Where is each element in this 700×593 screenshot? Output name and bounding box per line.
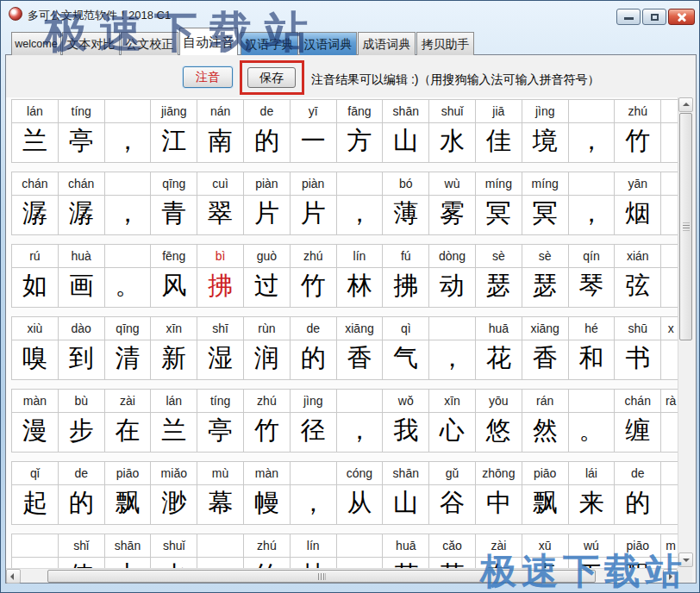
- tab-chinese-word-dictionary[interactable]: 汉语词典: [299, 32, 357, 55]
- annotation-cell[interactable]: fāng方: [337, 100, 384, 162]
- close-button[interactable]: [668, 9, 695, 25]
- annotation-cell-partial[interactable]: x: [661, 317, 678, 379]
- annotation-cell[interactable]: piàn片: [244, 172, 291, 234]
- horizontal-scrollbar[interactable]: [6, 568, 678, 583]
- annotation-cell[interactable]: de的: [615, 462, 661, 524]
- annotation-cell[interactable]: cǎo草: [429, 534, 476, 568]
- annotation-cell[interactable]: huā花: [476, 317, 522, 379]
- annotation-cell[interactable]: xū虚: [522, 534, 569, 568]
- annotation-cell[interactable]: zhú竹: [291, 245, 337, 307]
- annotation-cell[interactable]: zài在: [476, 534, 522, 568]
- annotation-cell[interactable]: jìng境: [522, 100, 569, 162]
- save-button[interactable]: 保存: [247, 67, 296, 88]
- annotation-cell[interactable]: shū书: [615, 317, 661, 379]
- annotation-cell[interactable]: cóng从: [337, 462, 384, 524]
- annotation-cell[interactable]: [337, 534, 384, 568]
- annotation-cell[interactable]: de的: [244, 100, 291, 162]
- annotation-cell[interactable]: ，: [337, 172, 384, 234]
- tab-welcome[interactable]: welcome: [11, 32, 61, 55]
- annotation-cell[interactable]: shuǐ水: [429, 100, 476, 162]
- annotation-cell[interactable]: zhú竹: [244, 534, 291, 568]
- tab-copy-assistant[interactable]: 拷贝助手: [416, 32, 474, 55]
- annotation-cell[interactable]: tíng亭: [197, 390, 244, 452]
- annotation-cell-partial[interactable]: [661, 172, 678, 234]
- annotation-cell[interactable]: qín琴: [569, 245, 616, 307]
- zhuyin-button[interactable]: 注音: [183, 66, 233, 88]
- annotation-cell[interactable]: huā花: [383, 534, 429, 568]
- annotation-cell-partial[interactable]: [661, 245, 678, 307]
- annotation-cell[interactable]: wú无: [569, 534, 616, 568]
- annotation-cell[interactable]: nán南: [197, 100, 244, 162]
- annotation-cell[interactable]: xiāng香: [337, 317, 384, 379]
- annotation-cell[interactable]: hé和: [569, 317, 616, 379]
- annotation-cell[interactable]: rùn润: [244, 317, 291, 379]
- annotation-cell[interactable]: yī一: [291, 100, 337, 162]
- annotation-cell[interactable]: màn幔: [244, 462, 291, 524]
- annotation-cell[interactable]: huà画: [59, 245, 105, 307]
- annotation-cell[interactable]: shī湿: [197, 317, 244, 379]
- annotation-cell[interactable]: 。: [569, 390, 616, 452]
- annotation-cell[interactable]: shǐ使: [59, 534, 105, 568]
- vertical-scrollbar-thumb[interactable]: [679, 113, 692, 340]
- annotation-cell[interactable]: fēng风: [151, 245, 197, 307]
- annotation-cell[interactable]: shān山: [105, 534, 152, 568]
- annotation-cell[interactable]: fú拂: [383, 245, 429, 307]
- annotation-cell-partial[interactable]: [661, 100, 678, 162]
- annotation-cell[interactable]: ，: [337, 390, 384, 452]
- vertical-scrollbar[interactable]: [678, 97, 692, 568]
- annotation-cell[interactable]: dòng动: [429, 245, 476, 307]
- annotation-cell[interactable]: ，: [105, 100, 152, 162]
- annotation-cell[interactable]: yōu悠: [476, 390, 522, 452]
- annotation-cell[interactable]: wǒ我: [383, 390, 429, 452]
- annotation-cell[interactable]: bó薄: [383, 172, 429, 234]
- scroll-down-button[interactable]: [678, 552, 693, 567]
- tab-chinese-dictionary[interactable]: 汉语字典: [241, 32, 298, 55]
- maximize-button[interactable]: [642, 9, 666, 25]
- scroll-left-button[interactable]: [6, 569, 21, 584]
- annotation-cell[interactable]: 。: [105, 245, 152, 307]
- annotation-cell[interactable]: chán缠: [615, 390, 661, 452]
- annotation-cell[interactable]: cuì翠: [197, 172, 244, 234]
- annotation-cell[interactable]: de的: [59, 462, 105, 524]
- annotation-cell[interactable]: gǔ谷: [429, 462, 476, 524]
- annotation-cell[interactable]: qì气: [383, 317, 429, 379]
- scroll-right-button[interactable]: [663, 569, 678, 584]
- annotation-cell[interactable]: yān烟: [615, 172, 661, 234]
- annotation-cell[interactable]: ，: [291, 462, 337, 524]
- annotation-cell[interactable]: piāo飘: [522, 462, 569, 524]
- annotation-cell[interactable]: sè瑟: [522, 245, 569, 307]
- annotation-cell[interactable]: jìng径: [291, 390, 337, 452]
- annotation-cell[interactable]: tíng亭: [59, 100, 105, 162]
- annotation-cell[interactable]: piāo飘: [105, 462, 152, 524]
- annotation-cell[interactable]: qǐ起: [12, 462, 59, 524]
- annotation-cell[interactable]: jiāng江: [151, 100, 197, 162]
- annotation-cell[interactable]: shān山: [383, 100, 429, 162]
- annotation-cell[interactable]: xiāng香: [522, 317, 569, 379]
- annotation-cell[interactable]: mù幕: [197, 462, 244, 524]
- annotation-cell[interactable]: ，: [429, 317, 476, 379]
- annotation-cell[interactable]: ，: [569, 172, 616, 234]
- annotation-cell[interactable]: lán兰: [12, 100, 59, 162]
- annotation-cell[interactable]: bù步: [59, 390, 105, 452]
- annotation-cell[interactable]: sè瑟: [476, 245, 522, 307]
- annotation-cell[interactable]: [197, 534, 244, 568]
- annotation-cell[interactable]: qīng青: [151, 172, 197, 234]
- annotation-cell[interactable]: ，: [105, 172, 152, 234]
- annotation-cell[interactable]: piàn片: [291, 172, 337, 234]
- annotation-cell[interactable]: zhú竹: [244, 390, 291, 452]
- annotation-cell[interactable]: ，: [569, 100, 616, 162]
- annotation-cell[interactable]: xīn新: [151, 317, 197, 379]
- annotation-cell[interactable]: xīn心: [429, 390, 476, 452]
- annotation-cell-partial[interactable]: [661, 462, 678, 524]
- annotation-cell[interactable]: jiā佳: [476, 100, 522, 162]
- annotation-cell[interactable]: shuǐ水: [151, 534, 197, 568]
- annotation-cell[interactable]: lán兰: [151, 390, 197, 452]
- annotation-cell[interactable]: shān山: [383, 462, 429, 524]
- tab-text-compare[interactable]: 文本对比: [62, 32, 120, 55]
- annotation-cell[interactable]: rú如: [12, 245, 59, 307]
- annotation-cell[interactable]: rán然: [522, 390, 569, 452]
- annotation-cell[interactable]: zhú竹: [615, 100, 661, 162]
- tab-idiom-dictionary[interactable]: 成语词典: [358, 32, 416, 55]
- annotation-cell[interactable]: zhōng中: [476, 462, 522, 524]
- annotation-cell[interactable]: xiù嗅: [12, 317, 59, 379]
